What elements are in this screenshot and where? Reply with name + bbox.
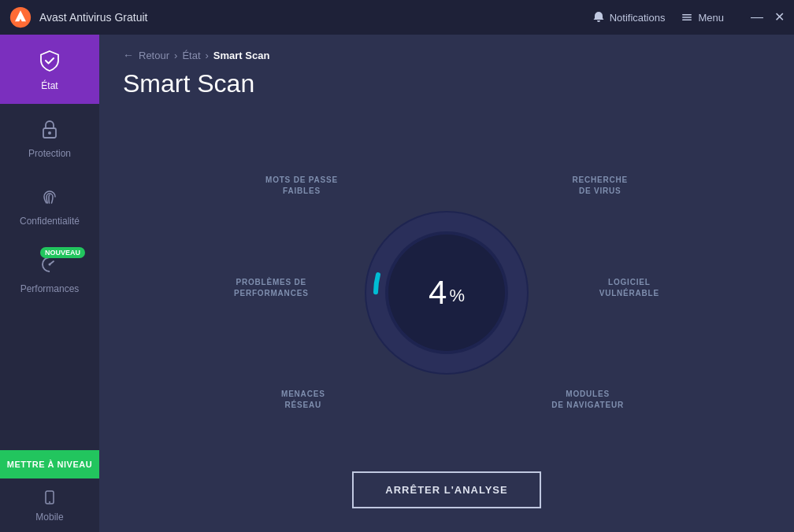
sidebar-item-etat[interactable]: État bbox=[0, 35, 99, 104]
sidebar-protection-label: Protection bbox=[28, 148, 71, 159]
scan-labels-container: MOTS DE PASSEFAIBLES RECHERCHEDE VIRUS P… bbox=[218, 151, 675, 434]
mobile-label: Mobile bbox=[35, 512, 63, 523]
svg-point-5 bbox=[48, 131, 51, 135]
upgrade-button[interactable]: METTRE À NIVEAU bbox=[0, 450, 99, 478]
breadcrumb-separator: › bbox=[174, 50, 177, 61]
bell-icon bbox=[592, 11, 605, 24]
fingerprint-icon bbox=[39, 186, 61, 211]
breadcrumb-parent: État bbox=[182, 50, 200, 61]
phone-icon bbox=[42, 490, 58, 508]
back-arrow-icon: ← bbox=[123, 49, 134, 61]
sidebar-performances-label: Performances bbox=[20, 283, 80, 294]
breadcrumb-back[interactable]: Retour bbox=[139, 50, 169, 61]
breadcrumb-current: Smart Scan bbox=[213, 50, 270, 61]
sidebar: État Protection Confidenti bbox=[0, 35, 99, 532]
close-button[interactable]: ✕ bbox=[774, 11, 785, 24]
sidebar-item-performances[interactable]: NOUVEAU Performances bbox=[0, 239, 99, 307]
app-title: Avast Antivirus Gratuit bbox=[39, 11, 592, 24]
titlebar: Avast Antivirus Gratuit Notifications Me… bbox=[0, 0, 794, 35]
main-layout: État Protection Confidenti bbox=[0, 35, 794, 532]
label-recherche-virus: RECHERCHEDE VIRUS bbox=[572, 175, 628, 197]
label-mots-de-passe: MOTS DE PASSEFAIBLES bbox=[265, 175, 338, 197]
label-modules-navigateur: MODULESDE NAVIGATEUR bbox=[551, 389, 624, 411]
titlebar-right-controls: Notifications Menu — ✕ bbox=[592, 11, 785, 24]
breadcrumb: ← Retour › État › Smart Scan bbox=[99, 35, 794, 69]
menu-button[interactable]: Menu bbox=[681, 11, 724, 24]
svg-point-8 bbox=[49, 264, 51, 266]
label-menaces-reseau: MENACESRÉSEAU bbox=[281, 389, 325, 411]
sidebar-item-confidentialite[interactable]: Confidentialité bbox=[0, 172, 99, 239]
svg-point-10 bbox=[49, 501, 50, 503]
bottom-area: ARRÊTER L'ANALYSE bbox=[99, 471, 794, 532]
progress-circle: 4% bbox=[360, 206, 533, 379]
sidebar-confidentialite-label: Confidentialité bbox=[20, 216, 80, 227]
label-problemes-performances: PROBLÈMES DEPERFORMANCES bbox=[234, 277, 309, 299]
svg-rect-3 bbox=[682, 20, 692, 21]
breadcrumb-separator2: › bbox=[206, 50, 209, 61]
label-logiciel-vulnerable: LOGICIELVULNÉRABLE bbox=[599, 277, 659, 299]
shield-icon bbox=[38, 49, 61, 76]
notifications-button[interactable]: Notifications bbox=[592, 11, 666, 24]
stop-analysis-button[interactable]: ARRÊTER L'ANALYSE bbox=[352, 471, 540, 508]
sidebar-item-protection[interactable]: Protection bbox=[0, 104, 99, 172]
hamburger-icon bbox=[681, 11, 693, 24]
lock-icon bbox=[39, 118, 61, 143]
avast-logo-icon bbox=[9, 6, 32, 28]
scan-area: MOTS DE PASSEFAIBLES RECHERCHEDE VIRUS P… bbox=[99, 114, 794, 471]
minimize-button[interactable]: — bbox=[751, 11, 763, 24]
svg-rect-1 bbox=[682, 14, 692, 16]
window-controls: — ✕ bbox=[751, 11, 785, 24]
content-area: ← Retour › État › Smart Scan Smart Scan … bbox=[99, 35, 794, 532]
progress-value: 4% bbox=[429, 274, 465, 312]
page-title: Smart Scan bbox=[99, 69, 794, 114]
new-badge: NOUVEAU bbox=[40, 247, 85, 258]
svg-rect-2 bbox=[682, 17, 692, 18]
sidebar-etat-label: État bbox=[41, 80, 58, 91]
sidebar-item-mobile[interactable]: Mobile bbox=[35, 478, 63, 532]
